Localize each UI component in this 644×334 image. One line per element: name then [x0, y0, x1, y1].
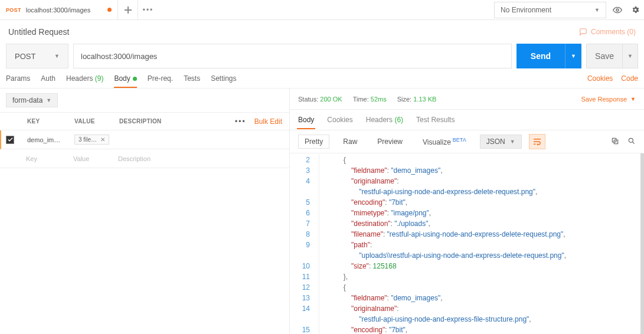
tab-params[interactable]: Params — [6, 74, 30, 83]
send-label: Send — [516, 44, 565, 68]
method-select[interactable]: POST ▼ — [6, 44, 68, 68]
chevron-down-icon: ▼ — [630, 96, 636, 102]
tab-auth[interactable]: Auth — [41, 74, 55, 83]
tab-overflow-button[interactable]: ••• — [138, 0, 158, 19]
kv-key[interactable]: demo_im… — [22, 136, 70, 143]
tab-tests[interactable]: Tests — [184, 74, 200, 83]
beta-badge: BETA — [453, 137, 466, 143]
file-chip-label: 3 file… — [79, 136, 97, 143]
save-response-label: Save Response — [581, 96, 627, 103]
comment-icon — [579, 28, 587, 36]
dots-icon: ••• — [143, 6, 154, 14]
eye-icon — [613, 5, 622, 15]
comments-button[interactable]: Comments (0) — [579, 28, 636, 36]
new-tab-button[interactable] — [118, 0, 138, 19]
request-name[interactable]: Untitled Request — [8, 27, 70, 37]
time-value: 52ms — [371, 96, 387, 103]
code-link[interactable]: Code — [621, 74, 638, 83]
chevron-down-icon: ▼ — [627, 53, 633, 59]
resp-tab-cookies[interactable]: Cookies — [327, 116, 352, 124]
time-label: Time: — [353, 96, 369, 103]
format-select[interactable]: JSON▼ — [480, 135, 522, 149]
copy-icon — [611, 137, 619, 145]
resp-tab-tests[interactable]: Test Results — [416, 116, 455, 124]
send-split-button[interactable]: ▼ — [565, 44, 581, 68]
chevron-down-icon: ▼ — [571, 53, 576, 59]
tab-body-label: Body — [114, 74, 130, 83]
search-icon — [627, 137, 636, 145]
wrap-lines-button[interactable] — [529, 134, 545, 149]
wrap-icon — [533, 138, 541, 145]
request-tab[interactable]: POST localhost:3000/images — [0, 0, 118, 19]
unsaved-dot-icon — [107, 8, 112, 12]
format-label: JSON — [486, 137, 505, 146]
kv-key-placeholder[interactable]: Key — [21, 155, 68, 162]
plus-icon — [125, 6, 132, 14]
chevron-down-icon: ▼ — [46, 97, 51, 103]
check-icon — [8, 137, 13, 142]
response-body[interactable]: 2 {3 "fieldname": "demo_images",4 "origi… — [290, 153, 644, 334]
environment-quicklook-button[interactable] — [609, 2, 626, 18]
tab-prereq[interactable]: Pre-req. — [148, 74, 173, 83]
resp-tab-headers-label: Headers — [366, 116, 393, 124]
settings-button[interactable] — [626, 2, 644, 18]
size-value: 1.13 KB — [413, 96, 436, 103]
comments-label: Comments (0) — [591, 28, 636, 36]
chevron-down-icon: ▼ — [54, 53, 60, 59]
svg-point-3 — [629, 138, 633, 142]
kv-value[interactable]: 3 file…✕ — [70, 135, 115, 145]
tab-headers-label: Headers — [66, 74, 93, 83]
save-response-button[interactable]: Save Response ▼ — [581, 96, 636, 103]
status-label: Status: — [298, 96, 318, 103]
copy-button[interactable] — [611, 137, 619, 147]
gear-icon — [631, 5, 640, 14]
tab-title: localhost:3000/images — [26, 6, 90, 14]
view-raw[interactable]: Raw — [336, 135, 364, 149]
view-preview[interactable]: Preview — [371, 135, 409, 149]
save-label: Save — [587, 51, 622, 61]
kv-row[interactable]: demo_im… 3 file…✕ — [0, 130, 289, 149]
save-button[interactable]: Save ▼ — [586, 44, 638, 68]
method-label: POST — [15, 52, 35, 61]
cookies-link[interactable]: Cookies — [587, 74, 613, 83]
row-checkbox[interactable] — [6, 136, 14, 144]
url-input[interactable]: localhost:3000/images — [73, 44, 512, 68]
body-type-label: form-data — [12, 96, 43, 104]
body-active-dot-icon — [133, 77, 137, 81]
kv-head-desc: DESCRIPTION — [113, 118, 235, 125]
kv-row-empty[interactable]: Key Value Description — [0, 149, 289, 168]
environment-label: No Environment — [501, 6, 551, 14]
size-label: Size: — [397, 96, 411, 103]
chevron-down-icon: ▼ — [510, 139, 515, 145]
status-value: 200 OK — [320, 96, 342, 103]
body-type-select[interactable]: form-data ▼ — [6, 93, 58, 107]
resp-headers-count: (6) — [394, 116, 403, 124]
kv-more-button[interactable]: ••• — [235, 117, 246, 126]
url-value: localhost:3000/images — [81, 52, 157, 61]
svg-point-0 — [616, 9, 619, 11]
kv-head-key: KEY — [21, 118, 68, 125]
resp-tab-headers[interactable]: Headers (6) — [366, 116, 403, 124]
resp-tab-body[interactable]: Body — [298, 116, 314, 124]
search-button[interactable] — [627, 137, 636, 147]
chevron-down-icon: ▼ — [594, 7, 600, 13]
environment-select[interactable]: No Environment ▼ — [494, 2, 606, 18]
kv-desc-placeholder[interactable]: Description — [113, 155, 289, 162]
send-button[interactable]: Send ▼ — [516, 44, 581, 68]
tab-body[interactable]: Body — [114, 74, 136, 83]
close-icon[interactable]: ✕ — [100, 136, 105, 143]
view-pretty[interactable]: Pretty — [298, 135, 329, 149]
bulk-edit-button[interactable]: Bulk Edit — [254, 117, 282, 126]
save-split-button[interactable]: ▼ — [622, 44, 638, 68]
tab-method-badge: POST — [6, 7, 21, 13]
view-visualize-label: Visualize — [423, 138, 451, 146]
tab-headers[interactable]: Headers (9) — [66, 74, 103, 83]
view-visualize[interactable]: VisualizeBETA — [416, 134, 473, 149]
kv-head-value: VALUE — [68, 118, 113, 125]
tab-settings[interactable]: Settings — [211, 74, 236, 83]
headers-count: (9) — [95, 74, 104, 83]
kv-value-placeholder[interactable]: Value — [68, 155, 113, 162]
